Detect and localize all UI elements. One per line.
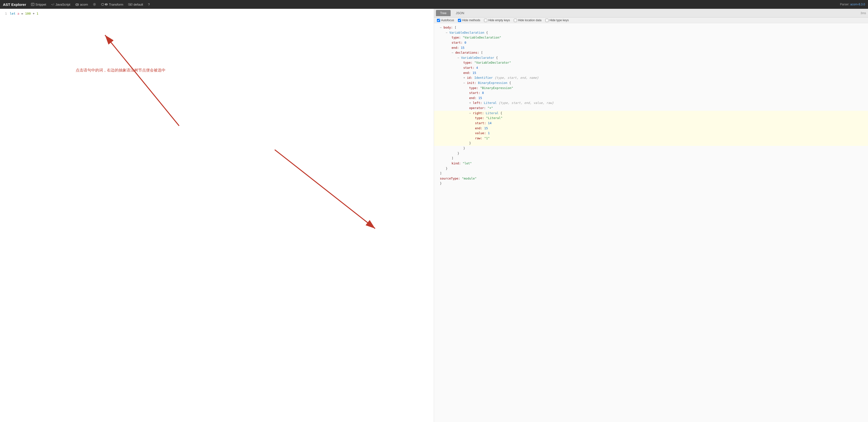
tree-close-vd: } — [434, 166, 868, 171]
cloud-icon — [75, 3, 79, 6]
tree-type-lit: type: "Literal" — [434, 116, 868, 121]
tree-start-14: start: 14 — [434, 121, 868, 126]
transform-label: Transform — [109, 3, 123, 6]
default-label: default — [133, 3, 143, 6]
tree-close-root: } — [434, 181, 868, 186]
tree-raw-1: raw: "1" — [434, 136, 868, 141]
top-navigation: AST Explorer Snippet </> JavaScript acor… — [0, 0, 868, 9]
nav-javascript[interactable]: </> JavaScript — [49, 2, 72, 7]
tree-type-vdr: type: "VariableDeclarator" — [434, 60, 868, 65]
num-1: 1 — [37, 12, 38, 15]
checkbox-hide-empty[interactable] — [484, 19, 487, 22]
tree-init-minus: − init: BinaryExpression { — [434, 80, 868, 86]
tab-json[interactable]: JSON — [452, 10, 468, 16]
javascript-label: JavaScript — [55, 3, 70, 6]
code-content-1: let a = 100 + 1 — [10, 11, 38, 17]
tree-variable-declarator: − VariableDeclarator { — [434, 55, 868, 61]
option-autofocus-label: Autofocus — [441, 19, 454, 22]
svg-rect-13 — [130, 4, 130, 4]
tab-tree[interactable]: Tree — [436, 10, 451, 16]
tree-start-4: start: 4 — [434, 65, 868, 70]
tree-kind: kind: "let" — [434, 161, 868, 166]
svg-rect-15 — [131, 4, 132, 4]
plus: + — [33, 12, 37, 15]
snippet-icon — [31, 3, 34, 6]
nav-help[interactable]: ? — [146, 2, 152, 7]
parser-label: Parser: — [840, 3, 849, 6]
nav-settings[interactable] — [91, 2, 98, 7]
tree-close-init: } — [434, 146, 868, 151]
equals: = — [21, 12, 25, 15]
tree-end-15b: end: 15 — [434, 70, 868, 76]
tree-close-vdr: } — [434, 151, 868, 156]
nav-acorn[interactable]: acorn — [73, 2, 90, 7]
tree-close-decls: ] — [434, 156, 868, 161]
checkbox-hide-type[interactable] — [545, 19, 549, 22]
checkbox-hide-location[interactable] — [514, 19, 517, 22]
tree-end-15d: end: 15 — [434, 126, 868, 131]
option-hide-methods[interactable]: Hide methods — [458, 19, 480, 22]
svg-rect-14 — [131, 4, 131, 4]
settings-icon — [93, 3, 96, 6]
parser-info: Parser: acorn-8.3.0 — [840, 3, 865, 6]
option-hide-methods-label: Hide methods — [462, 19, 480, 22]
parser-link[interactable]: acorn-8.3.0 — [850, 3, 865, 6]
app-brand: AST Explorer — [3, 2, 26, 7]
editor-panel[interactable]: 1 let a = 100 + 1 — [0, 9, 434, 422]
tree-type-vd: type: "VariableDeclaration" — [434, 35, 868, 40]
option-hide-type-label: Hide type keys — [550, 19, 569, 22]
keyboard-icon — [128, 3, 132, 6]
keyword-let: let — [10, 12, 16, 15]
svg-line-20 — [275, 150, 375, 229]
option-hide-empty-label: Hide empty keys — [488, 19, 510, 22]
ast-panel: Tree JSON 3ms Autofocus Hide methods Hid… — [434, 9, 868, 422]
svg-point-10 — [106, 4, 107, 5]
ast-options-bar: Autofocus Hide methods Hide empty keys H… — [434, 18, 868, 23]
svg-rect-12 — [129, 4, 129, 4]
tree-start-8: start: 8 — [434, 91, 868, 96]
ast-tree-content[interactable]: − body: [ − VariableDeclaration { type: … — [434, 23, 868, 422]
tree-end-15: end: 15 — [434, 45, 868, 51]
var-a: a — [17, 12, 19, 15]
editor-line-1: 1 let a = 100 + 1 — [0, 11, 434, 17]
option-hide-type[interactable]: Hide type keys — [545, 19, 569, 22]
ast-timing: 3ms — [861, 11, 866, 15]
checkbox-hide-methods[interactable] — [458, 19, 461, 22]
tree-operator: operator: "+" — [434, 106, 868, 111]
transform-icon — [101, 3, 108, 6]
option-autofocus[interactable]: Autofocus — [437, 19, 454, 22]
num-100: 100 — [25, 12, 31, 15]
tree-end-15c: end: 15 — [434, 96, 868, 101]
nav-default[interactable]: default — [126, 2, 145, 7]
ast-tabs-bar: Tree JSON 3ms — [434, 9, 868, 18]
tree-declarations: − declarations: [ — [434, 50, 868, 55]
tree-type-be: type: "BinaryExpression" — [434, 86, 868, 91]
nav-transform[interactable]: Transform — [99, 2, 125, 7]
tree-start-0: start: 0 — [434, 40, 868, 45]
svg-text:</>: </> — [51, 3, 55, 6]
svg-line-19 — [105, 35, 179, 126]
svg-rect-8 — [101, 3, 104, 5]
tree-left-plus[interactable]: + left: Literal {type, start, end, value… — [434, 100, 868, 106]
annotation-text: 点击语句中的词，右边的抽象语法树节点便会被选中 — [76, 67, 165, 73]
option-hide-location[interactable]: Hide location data — [514, 19, 541, 22]
tree-id-plus[interactable]: + id: Identifier {type, start, end, name… — [434, 75, 868, 80]
nav-snippet[interactable]: Snippet — [29, 2, 48, 7]
tree-right-minus: − right: Literal { — [434, 111, 868, 116]
tree-value-1: value: 1 — [434, 131, 868, 136]
annotation-arrows — [0, 9, 434, 422]
checkbox-autofocus[interactable] — [437, 19, 440, 22]
acorn-label: acorn — [80, 3, 88, 6]
svg-point-7 — [94, 4, 95, 5]
help-label: ? — [148, 3, 150, 6]
tree-close-body: ] — [434, 171, 868, 176]
svg-rect-11 — [128, 3, 132, 5]
tree-body: − body: [ — [434, 25, 868, 30]
main-area: 1 let a = 100 + 1 — [0, 9, 868, 422]
code-editor[interactable]: 1 let a = 100 + 1 — [0, 9, 434, 19]
option-hide-empty[interactable]: Hide empty keys — [484, 19, 510, 22]
tree-source-type: sourceType: "module" — [434, 176, 868, 181]
tree-variable-declaration: − VariableDeclaration { — [434, 30, 868, 35]
svg-rect-0 — [31, 3, 34, 6]
snippet-label: Snippet — [35, 3, 46, 6]
